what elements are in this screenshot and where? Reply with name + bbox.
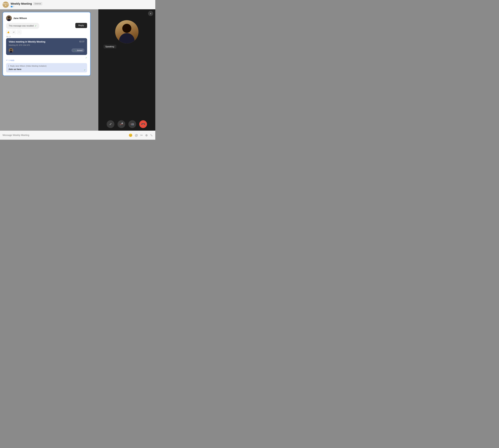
video-off-icon: 📹 [131, 123, 134, 126]
header-info: Weekly Meeting External 👥 2 [11, 2, 42, 7]
expand-icon: ⤢ [109, 123, 112, 126]
main-area: Jane Wilson This message was recalled ✓ … [0, 9, 155, 131]
input-bar: 😊 @ ✂ ⊕ ⤡ [0, 131, 155, 140]
speaking-label: Speaking: [103, 45, 116, 48]
add-icon[interactable]: ⊕ [145, 133, 148, 137]
mention-icon[interactable]: @ [135, 133, 138, 137]
reply-bubble: Reply Jane Wilson: [Video Meeting Invita… [6, 63, 87, 72]
message-card: Jane Wilson This message was recalled ✓ … [3, 12, 91, 76]
video-content: Speaking: [98, 17, 155, 118]
meeting-title-row: Video meeting in Weekly Meeting 02:37 [9, 40, 84, 43]
reply-button[interactable]: Reply [75, 23, 87, 28]
mute-button[interactable]: 🎤 [117, 120, 125, 128]
video-icon: 📹 [73, 49, 76, 51]
emoji-icon[interactable]: 😊 [129, 133, 133, 137]
meeting-card: Video meeting in Weekly Meeting 02:37 Me… [6, 38, 87, 55]
meeting-avatar [9, 48, 13, 53]
chat-area: Jane Wilson This message was recalled ✓ … [0, 9, 98, 131]
end-call-button[interactable]: 📞 [139, 120, 147, 128]
video-panel: ∧ Speaking: ⤢ 🎤 [98, 9, 155, 131]
expand-button[interactable]: ⤢ [107, 120, 114, 128]
sender-avatar [6, 16, 12, 21]
message-header: Jane Wilson [6, 16, 87, 21]
joined-badge[interactable]: 📹 Joined [71, 48, 84, 52]
reaction-bar: 👍 ↩ ··· [6, 30, 87, 34]
video-controls: ⤢ 🎤 📹 📞 [98, 118, 155, 131]
message-input[interactable] [3, 134, 127, 137]
thumbs-up-button[interactable]: 👍 [6, 30, 11, 34]
participant-head [122, 24, 131, 33]
recalled-row: This message was recalled ✓ Reply [6, 23, 87, 29]
title-row: Weekly Meeting External [11, 2, 42, 5]
scissor-icon[interactable]: ✂ [140, 133, 143, 137]
reply-reaction-button[interactable]: ↩ [12, 30, 16, 34]
meeting-title: Weekly Meeting [11, 2, 32, 5]
reply-quote: Reply Jane Wilson: [Video Meeting Invita… [8, 65, 85, 67]
external-badge: External [33, 2, 42, 5]
meeting-footer: 📹 Joined [9, 48, 84, 53]
meeting-card-id: Meeting ID: 870 194 670 [9, 44, 84, 46]
meeting-logo: Week ly M [3, 1, 9, 8]
reply-check-icon: ✓ [84, 69, 85, 71]
header: Week ly M Weekly Meeting External 👥 2 [0, 0, 155, 9]
more-reactions-button[interactable]: ··· [17, 30, 21, 34]
input-actions: 😊 @ ✂ ⊕ ⤡ [129, 133, 153, 137]
meeting-card-title: Video meeting in Weekly Meeting [9, 40, 45, 43]
speaking-container: Speaking: [102, 46, 116, 48]
meeting-section: 18:13 Video meeting in Weekly Meeting 02… [6, 35, 87, 59]
svg-point-4 [10, 49, 12, 50]
collapse-icon: ∧ [150, 12, 151, 15]
video-top-bar: ∧ [98, 9, 155, 17]
recalled-check-icon: ✓ [35, 24, 37, 27]
end-call-icon: 📞 [141, 122, 146, 127]
message-timestamp: 18:13 [6, 35, 11, 38]
meeting-card-time: 02:37 [79, 40, 84, 43]
participants-count: 👥 2 [11, 5, 42, 7]
meeting-check-icon: ✓ [85, 57, 87, 59]
replies-link[interactable]: ↩ 1 reply [6, 59, 87, 61]
collapse-button[interactable]: ∧ [148, 11, 153, 16]
avatar-svg [6, 16, 12, 21]
reply-arrow-icon: ↩ [6, 59, 8, 61]
recalled-text: This message was recalled [9, 25, 34, 27]
participant-body [119, 33, 134, 44]
timestamp-area: 18:13 [6, 35, 87, 38]
avatar-placeholder [6, 16, 12, 21]
video-off-button[interactable]: 📹 [128, 120, 136, 128]
participant-video [115, 20, 138, 44]
participants-icon: 👥 [11, 5, 13, 7]
reply-text: Join us here [8, 68, 85, 71]
joined-label: Joined [77, 49, 83, 51]
expand-input-icon[interactable]: ⤡ [150, 133, 153, 137]
replies-count: 1 reply [9, 59, 14, 61]
sender-name: Jane Wilson [13, 17, 27, 20]
svg-point-1 [8, 16, 10, 18]
recalled-bubble: This message was recalled ✓ [6, 23, 39, 29]
mic-off-icon: 🎤 [120, 123, 123, 126]
participant-avatar-bg [115, 20, 138, 44]
